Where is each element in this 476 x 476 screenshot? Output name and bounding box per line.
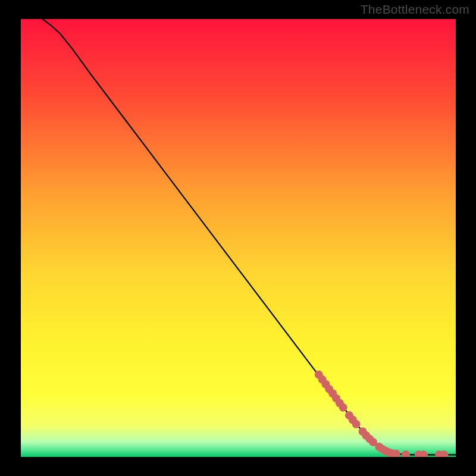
chart-frame: TheBottleneck.com [0, 0, 476, 476]
watermark-text: TheBottleneck.com [361, 2, 469, 17]
chart-plot [21, 19, 456, 457]
chart-marker [339, 403, 347, 412]
chart-svg [21, 19, 456, 457]
chart-gradient-bg [21, 19, 456, 457]
chart-marker [352, 420, 361, 428]
